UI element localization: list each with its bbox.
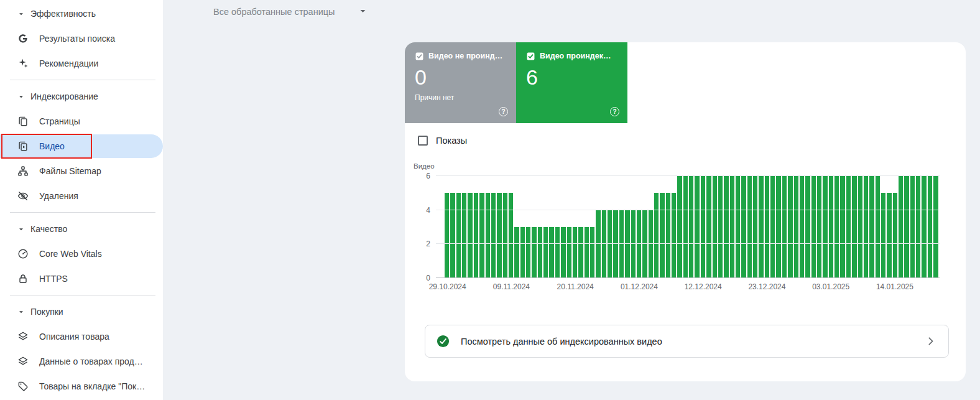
sidebar-item-products-shopping-tab[interactable]: Товары на вкладке "Пок… [0,374,163,399]
chart-bar [730,176,734,278]
sidebar: ЭффективностьРезультаты поискаРекомендац… [0,0,163,400]
stat-card-videos-indexed[interactable]: Видео проиндек… 6 ? [516,42,627,123]
pages-icon [16,114,30,128]
sidebar-item-sitemaps[interactable]: Файлы Sitemap [0,159,163,184]
stat-cards: Видео не проинд… 0 Причин нет ? Видео пр… [405,42,966,123]
chart-bar [445,193,449,278]
chart-bar [724,176,728,278]
view-indexed-videos-link[interactable]: Посмотреть данные об индексированных вид… [425,325,949,358]
sidebar-item-removals[interactable]: Удаления [0,184,163,208]
y-tick-label: 2 [426,240,430,248]
chart-bar [555,227,560,278]
sidebar-item-label: Удаления [39,191,78,201]
chart-bar [933,176,938,278]
chart-bar [823,176,827,278]
sidebar-section-header-2[interactable]: Качество [0,216,163,241]
stat-card-title: Видео проиндек… [540,52,611,60]
sitemap-icon [16,164,30,178]
gridline [436,243,940,244]
stat-card-title-row: Видео проиндек… [526,52,617,61]
sidebar-item-label: Файлы Sitemap [39,166,101,176]
checkbox-unchecked-icon[interactable] [418,136,428,146]
chart-bar [456,193,461,278]
chart-bar [910,176,915,278]
sidebar-item-video[interactable]: Видео [0,134,163,158]
y-tick-label: 4 [426,206,430,215]
chart-bar [526,227,530,278]
chart-bar [759,176,763,278]
y-tick-label: 0 [426,274,430,282]
sidebar-item-core-web-vitals[interactable]: Core Web Vitals [0,241,163,266]
impressions-toggle[interactable]: Показы [418,136,467,146]
sidebar-item-product-data[interactable]: Данные о товарах прод… [0,349,163,374]
stat-card-value: 0 [415,66,506,89]
x-axis-labels: 29.10.202409.11.202420.11.202401.12.2024… [445,282,938,292]
chart-bar [869,176,874,278]
sidebar-section-header-0[interactable]: Эффективность [0,1,163,26]
stat-card-value: 6 [526,66,617,89]
sidebar-section-label: Покупки [30,307,63,317]
chart-bar [811,176,816,278]
help-icon[interactable]: ? [610,107,619,116]
sidebar-item-https[interactable]: HTTPS [0,266,163,291]
sidebar-section-header-1[interactable]: Индексирование [0,84,163,109]
page-filter-label: Все обработанные страницы [213,7,335,17]
sidebar-divider [10,212,155,213]
checkbox-checked-icon [526,52,535,61]
eye-off-icon [16,189,30,203]
sidebar-item-pages[interactable]: Страницы [0,109,163,134]
sidebar-section-label: Эффективность [30,9,96,19]
x-tick-label: 03.01.2025 [812,282,849,291]
chart-bar [794,176,798,278]
chart-bar [549,227,553,278]
chart-bar [683,176,688,278]
chart-bar [881,193,885,278]
x-tick-label: 23.12.2024 [748,282,785,291]
chart-bar [899,176,903,278]
sidebar-section-header-3[interactable]: Покупки [0,299,163,324]
page-filter-dropdown[interactable]: Все обработанные страницы [213,3,369,21]
bars [445,176,938,278]
chart-bar [689,176,693,278]
gridline [436,210,940,210]
chart-bar [695,176,699,278]
lock-icon [16,272,30,286]
chart-bar [864,176,868,278]
x-tick-label: 12.12.2024 [685,282,722,291]
chart-bar [800,176,804,278]
chart-bar [765,176,769,278]
caret-down-icon [17,307,25,317]
chart-bar [666,193,670,278]
help-icon[interactable]: ? [499,107,508,116]
sidebar-item-recommendations[interactable]: Рекомендации [0,51,163,76]
video-icon [16,139,30,153]
chart-bar [736,176,740,278]
sidebar-item-search-results[interactable]: Результаты поиска [0,26,163,51]
sidebar-section-label: Индексирование [30,91,98,101]
chart-bar [753,176,757,278]
chart-bar [829,176,833,278]
sidebar-item-label: Рекомендации [39,58,98,68]
chart-bar [928,176,932,278]
chart-bar [747,176,752,278]
chart-bar [660,193,664,278]
plot-area: 0246 [436,176,940,278]
stat-card-subtitle: Причин нет [415,93,506,102]
stat-card-videos-not-indexed[interactable]: Видео не проинд… 0 Причин нет ? [405,42,516,123]
chart-bar [776,176,780,278]
x-tick-label: 14.01.2025 [876,282,913,291]
chart-bar [514,227,519,278]
chart-bar [840,176,844,278]
chevron-down-icon [357,5,369,19]
chart-bar [532,227,536,278]
chart-bar [497,193,501,278]
stat-card-subtitle [526,93,617,102]
checkbox-checked-icon [415,52,424,61]
chart-bar [852,176,856,278]
sidebar-item-product-descriptions[interactable]: Описания товара [0,324,163,349]
chart-bar [578,227,583,278]
footer-link-label: Посмотреть данные об индексированных вид… [461,337,913,347]
sparkle-icon [16,57,30,70]
stat-card-title-row: Видео не проинд… [415,52,506,61]
caret-down-icon [17,9,25,19]
